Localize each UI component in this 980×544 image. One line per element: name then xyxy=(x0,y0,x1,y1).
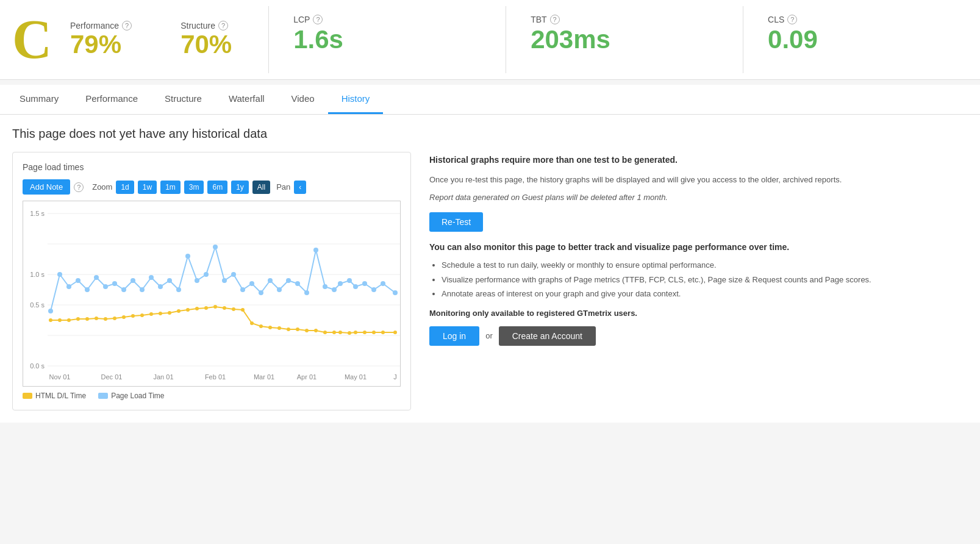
svg-point-11 xyxy=(57,272,62,277)
svg-point-58 xyxy=(131,314,135,318)
svg-text:1.0 s: 1.0 s xyxy=(30,271,45,278)
svg-point-22 xyxy=(158,284,163,289)
bullet-item-3: Annotate areas of interest on your graph… xyxy=(442,288,968,300)
lcp-value: 1.6s xyxy=(293,24,481,55)
svg-point-38 xyxy=(304,290,309,295)
svg-point-77 xyxy=(305,329,309,332)
svg-point-50 xyxy=(58,318,62,322)
pan-label: Pan xyxy=(276,182,290,191)
svg-point-72 xyxy=(259,324,263,328)
svg-text:Dec 01: Dec 01 xyxy=(101,373,123,381)
svg-point-65 xyxy=(195,307,199,310)
tab-video[interactable]: Video xyxy=(278,85,328,114)
svg-point-42 xyxy=(338,281,343,286)
svg-text:1.5 s: 1.5 s xyxy=(30,210,45,217)
svg-point-21 xyxy=(149,275,154,280)
svg-text:Nov 01: Nov 01 xyxy=(49,373,71,381)
retest-button[interactable]: Re-Test xyxy=(429,212,483,232)
create-account-button[interactable]: Create an Account xyxy=(499,326,596,346)
svg-point-40 xyxy=(323,284,327,289)
svg-point-70 xyxy=(241,308,245,312)
svg-point-51 xyxy=(67,318,71,322)
tab-history[interactable]: History xyxy=(328,85,384,114)
svg-point-60 xyxy=(149,312,153,316)
svg-point-36 xyxy=(286,278,291,283)
svg-point-16 xyxy=(103,284,108,289)
structure-value: 70% xyxy=(181,30,232,59)
zoom-all-button[interactable]: All xyxy=(252,181,270,194)
login-button[interactable]: Log in xyxy=(429,326,479,346)
structure-metric: Structure ? 70% xyxy=(181,21,232,59)
svg-point-15 xyxy=(94,275,99,280)
chart-help-icon[interactable]: ? xyxy=(74,182,84,192)
svg-point-75 xyxy=(287,327,290,331)
content-area: Page load times Add Note ? Zoom 1d 1w 1m… xyxy=(12,152,968,410)
bullet-list: Schedule a test to run daily, weekly or … xyxy=(429,259,968,300)
svg-point-18 xyxy=(121,287,126,292)
svg-point-87 xyxy=(393,331,397,334)
svg-text:0.5 s: 0.5 s xyxy=(30,301,45,309)
svg-point-84 xyxy=(363,331,367,334)
svg-point-59 xyxy=(140,313,144,317)
lcp-help-icon[interactable]: ? xyxy=(313,15,323,24)
structure-help-icon[interactable]: ? xyxy=(218,21,228,30)
svg-point-81 xyxy=(338,331,342,334)
monitor-rest: to better track and visualize page perfo… xyxy=(556,242,790,252)
zoom-6m-button[interactable]: 6m xyxy=(207,181,227,194)
grade-letter: C xyxy=(12,12,52,67)
tbt-label: TBT xyxy=(531,15,546,24)
svg-point-68 xyxy=(223,306,226,310)
tbt-value: 203ms xyxy=(531,24,718,55)
svg-point-76 xyxy=(296,327,299,331)
svg-point-62 xyxy=(168,311,171,315)
chart-svg: 1.5 s 1.0 s 0.5 s 0.0 s xyxy=(23,201,400,384)
zoom-1w-button[interactable]: 1w xyxy=(138,181,157,194)
add-note-button[interactable]: Add Note xyxy=(23,179,70,195)
grade-section: C Performance ? 79% Structure ? 70% xyxy=(0,6,269,73)
svg-point-29 xyxy=(222,278,227,283)
performance-help-icon[interactable]: ? xyxy=(122,21,132,30)
registered-notice: Monitoring only available to registered … xyxy=(429,309,968,318)
svg-point-67 xyxy=(213,305,217,309)
svg-text:Apr 01: Apr 01 xyxy=(297,373,317,381)
svg-point-48 xyxy=(393,290,398,295)
monitor-heading: You can also monitor this page to better… xyxy=(429,242,968,254)
zoom-1d-button[interactable]: 1d xyxy=(116,181,134,194)
svg-point-31 xyxy=(240,287,245,292)
tab-performance[interactable]: Performance xyxy=(72,85,151,114)
legend-html-color xyxy=(23,393,32,399)
pan-left-button[interactable]: ‹ xyxy=(294,181,306,194)
svg-point-26 xyxy=(195,278,199,283)
svg-point-49 xyxy=(49,318,52,322)
no-data-title: This page does not yet have any historic… xyxy=(12,127,968,141)
svg-point-43 xyxy=(347,278,352,283)
svg-point-14 xyxy=(85,287,90,292)
chart-legend: HTML D/L Time Page Load Time xyxy=(23,392,401,400)
zoom-1y-button[interactable]: 1y xyxy=(231,181,249,194)
or-text: or xyxy=(485,331,493,340)
svg-point-64 xyxy=(186,308,190,312)
cls-help-icon[interactable]: ? xyxy=(787,15,797,24)
chart-svg-wrapper: 1.5 s 1.0 s 0.5 s 0.0 s xyxy=(23,201,401,387)
svg-point-17 xyxy=(112,281,117,286)
svg-point-55 xyxy=(104,317,107,321)
zoom-3m-button[interactable]: 3m xyxy=(184,181,204,194)
svg-point-10 xyxy=(48,309,53,313)
svg-point-33 xyxy=(259,290,263,295)
main-content: This page does not yet have any historic… xyxy=(0,115,980,423)
chart-container: Page load times Add Note ? Zoom 1d 1w 1m… xyxy=(12,152,411,410)
svg-text:Jan 01: Jan 01 xyxy=(153,373,173,381)
info-heading: Historical graphs require more than one … xyxy=(429,154,968,166)
zoom-label: Zoom xyxy=(92,182,112,191)
legend-load-color xyxy=(98,393,108,399)
svg-point-20 xyxy=(140,287,145,292)
svg-point-35 xyxy=(277,287,282,292)
tab-summary[interactable]: Summary xyxy=(6,85,72,114)
action-buttons: Log in or Create an Account xyxy=(429,326,968,346)
svg-point-39 xyxy=(313,248,318,252)
tab-structure[interactable]: Structure xyxy=(151,85,215,114)
zoom-1m-button[interactable]: 1m xyxy=(160,181,181,194)
tbt-help-icon[interactable]: ? xyxy=(550,15,560,24)
tab-waterfall[interactable]: Waterfall xyxy=(215,85,278,114)
structure-label: Structure xyxy=(181,21,215,30)
